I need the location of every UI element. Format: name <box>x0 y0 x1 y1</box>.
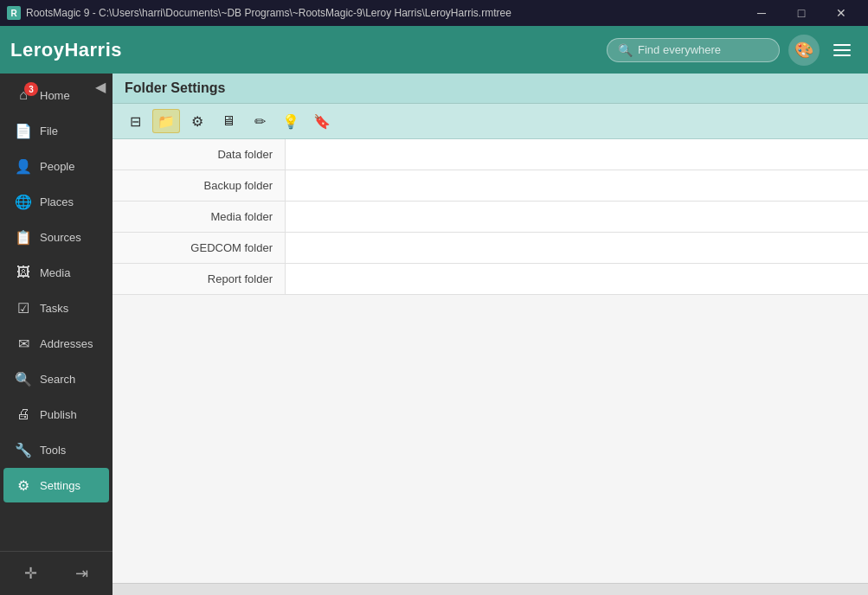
backup-folder-label: Backup folder <box>113 170 286 201</box>
sidebar-item-label-search: Search <box>40 373 75 386</box>
hamburger-line-2 <box>833 49 851 51</box>
toolbar-program-button[interactable]: ⚙ <box>183 109 211 133</box>
file-icon: 📄 <box>14 121 33 140</box>
media-folder-value[interactable] <box>286 202 868 232</box>
tasks-icon: ☑ <box>14 298 33 317</box>
sidebar-item-label-media: Media <box>40 266 70 279</box>
page-title: Folder Settings <box>125 80 225 95</box>
title-bar: R RootsMagic 9 - C:\Users\harri\Document… <box>0 0 868 26</box>
tools-icon: 🔧 <box>14 440 33 459</box>
search-box[interactable]: 🔍 <box>607 38 780 62</box>
home-badge: 3 <box>24 82 38 96</box>
toolbar-reminder-button[interactable]: 💡 <box>277 109 305 133</box>
places-icon: 🌐 <box>14 192 33 211</box>
report-folder-label: Report folder <box>113 264 286 294</box>
folder-icon: 📁 <box>158 113 175 130</box>
toolbar-name-button[interactable]: ✏ <box>246 109 273 133</box>
data-folder-row: Data folder <box>113 139 868 170</box>
sidebar-item-label-sources: Sources <box>40 231 81 244</box>
toolbar-display-button[interactable]: 🖥 <box>215 109 242 133</box>
hamburger-menu-button[interactable] <box>826 35 858 66</box>
publish-icon: 🖨 <box>14 405 33 424</box>
bookmark-icon: 🔖 <box>313 113 331 130</box>
sidebar-item-people[interactable]: 👤 People <box>3 149 109 183</box>
maximize-button[interactable]: □ <box>781 0 821 26</box>
sidebar-item-label-addresses: Addresses <box>40 337 93 350</box>
sidebar-item-sources[interactable]: 📋 Sources <box>3 220 109 254</box>
sidebar-item-settings[interactable]: ⚙ Settings <box>3 468 109 502</box>
data-folder-label: Data folder <box>113 139 286 170</box>
addresses-icon: ✉ <box>14 334 33 353</box>
gedcom-folder-row: GEDCOM folder <box>113 233 868 264</box>
gear-icon: ⚙ <box>191 113 203 130</box>
sidebar-item-label-file: File <box>40 125 58 138</box>
toolbar-folder-button[interactable]: 📁 <box>152 109 180 133</box>
sidebar-item-search[interactable]: 🔍 Search <box>3 361 109 396</box>
sidebar: ◀ ⌂ Home 3 📄 File 👤 People 🌐 Places 📋 <box>0 74 113 595</box>
sidebar-item-file[interactable]: 📄 File <box>3 113 109 148</box>
sidebar-item-tasks[interactable]: ☑ Tasks <box>3 291 109 325</box>
app-logo: LeroyHarris <box>10 39 607 61</box>
content-area: Folder Settings ⊟ 📁 ⚙ 🖥 ✏ 💡 🔖 <box>113 74 868 595</box>
main-layout: ◀ ⌂ Home 3 📄 File 👤 People 🌐 Places 📋 <box>0 74 868 595</box>
palette-icon: 🎨 <box>794 41 813 60</box>
palette-button[interactable]: 🎨 <box>788 35 820 66</box>
sidebar-item-label-people: People <box>40 160 74 173</box>
report-folder-value[interactable] <box>286 264 868 294</box>
gedcom-folder-value[interactable] <box>286 233 868 263</box>
app-title: RootsMagic 9 - C:\Users\harri\Documents\… <box>26 7 742 19</box>
sidebar-bottom: ✛ ⇥ <box>0 551 113 595</box>
sidebar-item-addresses[interactable]: ✉ Addresses <box>3 326 109 361</box>
app-icon: R <box>7 6 21 20</box>
search-input[interactable] <box>638 43 768 56</box>
sidebar-item-label-tasks: Tasks <box>40 302 68 315</box>
sidebar-item-label-tools: Tools <box>40 444 66 457</box>
toolbar-fact-button[interactable]: 🔖 <box>308 109 336 133</box>
pin-button[interactable]: ⇥ <box>70 559 93 588</box>
close-button[interactable]: ✕ <box>821 0 861 26</box>
sidebar-item-home[interactable]: ⌂ Home 3 <box>3 78 109 112</box>
media-icon: 🖼 <box>14 263 33 282</box>
sidebar-item-places[interactable]: 🌐 Places <box>3 184 109 219</box>
page-header: Folder Settings <box>113 74 868 104</box>
lightbulb-icon: 💡 <box>282 113 299 130</box>
gedcom-folder-label: GEDCOM folder <box>113 233 286 263</box>
media-folder-label: Media folder <box>113 202 286 232</box>
sliders-icon: ⊟ <box>130 113 141 130</box>
sidebar-item-label-publish: Publish <box>40 408 77 421</box>
people-icon: 👤 <box>14 157 33 176</box>
horizontal-scrollbar[interactable] <box>113 583 868 595</box>
move-button[interactable]: ✛ <box>19 559 42 588</box>
sources-icon: 📋 <box>14 227 33 246</box>
sidebar-item-tools[interactable]: 🔧 Tools <box>3 432 109 467</box>
pencil-icon: ✏ <box>254 113 266 130</box>
settings-toolbar: ⊟ 📁 ⚙ 🖥 ✏ 💡 🔖 <box>113 104 868 139</box>
settings-content: Data folder Backup folder Media folder G… <box>113 139 868 583</box>
sidebar-item-publish[interactable]: 🖨 Publish <box>3 397 109 432</box>
toolbar-general-button[interactable]: ⊟ <box>121 109 149 133</box>
header-bar: LeroyHarris 🔍 🎨 <box>0 26 868 74</box>
search-nav-icon: 🔍 <box>14 369 33 388</box>
sidebar-item-label-settings: Settings <box>40 479 80 492</box>
backup-folder-row: Backup folder <box>113 170 868 202</box>
settings-icon: ⚙ <box>14 476 33 495</box>
sidebar-item-media[interactable]: 🖼 Media <box>3 255 109 290</box>
window-controls: ─ □ ✕ <box>742 0 861 26</box>
hamburger-line-1 <box>833 44 851 46</box>
sidebar-item-label-places: Places <box>40 195 74 208</box>
minimize-button[interactable]: ─ <box>742 0 781 26</box>
sidebar-item-label-home: Home <box>40 89 70 102</box>
hamburger-line-3 <box>833 54 851 56</box>
media-folder-row: Media folder <box>113 202 868 233</box>
backup-folder-value[interactable] <box>286 170 868 201</box>
monitor-icon: 🖥 <box>222 113 235 129</box>
sidebar-nav: ⌂ Home 3 📄 File 👤 People 🌐 Places 📋 Sour… <box>0 74 113 551</box>
report-folder-row: Report folder <box>113 264 868 295</box>
data-folder-value[interactable] <box>286 139 868 170</box>
search-icon: 🔍 <box>618 43 633 57</box>
